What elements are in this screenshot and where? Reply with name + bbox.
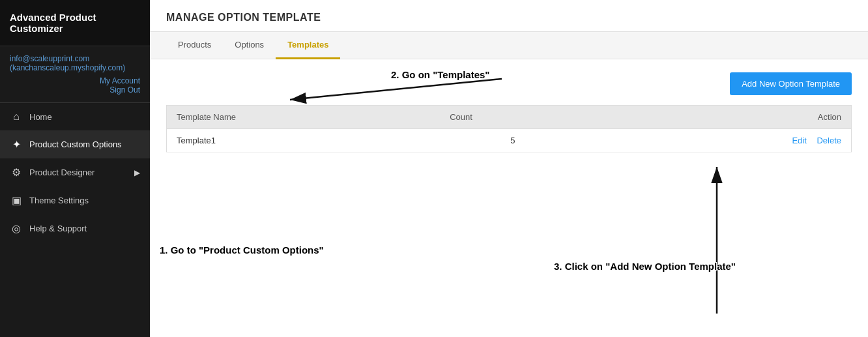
custom-options-icon: ✦ — [10, 138, 23, 151]
tabs-bar: Products Options Templates — [150, 32, 868, 59]
sidebar-item-label: Product Designer — [29, 168, 94, 177]
sidebar-item-label: Theme Settings — [29, 196, 89, 205]
col-header-name: Template Name — [167, 106, 441, 129]
account-email[interactable]: info@scaleupprint.com — [10, 54, 140, 63]
annotation-step3: 3. Click on "Add New Option Template" — [554, 261, 736, 272]
sidebar-item-theme-settings[interactable]: ▣ Theme Settings — [0, 186, 150, 214]
page-header: MANAGE OPTION TEMPLATE — [150, 0, 868, 32]
sidebar-item-product-custom-options[interactable]: ✦ Product Custom Options — [0, 130, 150, 158]
tab-options[interactable]: Options — [223, 32, 276, 59]
main-content: MANAGE OPTION TEMPLATE Products Options … — [150, 0, 868, 337]
sign-out-link[interactable]: Sign Out — [10, 85, 140, 95]
page-title: MANAGE OPTION TEMPLATE — [166, 12, 852, 23]
col-header-action: Action — [586, 106, 852, 129]
col-header-count: Count — [440, 106, 585, 129]
tab-products[interactable]: Products — [166, 32, 223, 59]
table-row: Template1 5 Edit Delete — [167, 129, 852, 153]
edit-link[interactable]: Edit — [792, 136, 806, 145]
annotations-overlay — [150, 59, 868, 337]
template-name-cell: Template1 — [167, 129, 441, 153]
sidebar-item-label: Product Custom Options — [29, 139, 122, 149]
sidebar-item-label: Home — [29, 112, 52, 122]
template-action-cell: Edit Delete — [586, 129, 852, 153]
tab-templates[interactable]: Templates — [276, 32, 340, 59]
home-icon: ⌂ — [10, 111, 23, 123]
templates-table: Template Name Count Action Template1 5 E… — [166, 105, 852, 153]
sidebar-title: Advanced Product Customizer — [0, 0, 150, 46]
sidebar: Advanced Product Customizer info@scaleup… — [0, 0, 150, 337]
app-title: Advanced Product Customizer — [10, 12, 96, 34]
sidebar-item-help-support[interactable]: ◎ Help & Support — [0, 214, 150, 242]
sidebar-nav: ⌂ Home ✦ Product Custom Options ⚙ Produc… — [0, 103, 150, 337]
add-button-row: Add New Option Template — [166, 72, 852, 95]
add-new-option-template-button[interactable]: Add New Option Template — [730, 72, 852, 95]
product-designer-icon: ⚙ — [10, 166, 23, 179]
sidebar-item-product-designer[interactable]: ⚙ Product Designer ▶ — [0, 158, 150, 186]
annotation-step1: 1. Go to "Product Custom Options" — [160, 244, 324, 256]
sidebar-item-label: Help & Support — [29, 224, 87, 233]
theme-settings-icon: ▣ — [10, 194, 23, 207]
template-count-cell: 5 — [440, 129, 585, 153]
chevron-right-icon: ▶ — [134, 168, 140, 177]
sidebar-account: info@scaleupprint.com (kanchanscaleup.my… — [0, 46, 150, 103]
delete-link[interactable]: Delete — [817, 136, 841, 145]
main-body: Add New Option Template Template Name Co… — [150, 59, 868, 337]
my-account-link[interactable]: My Account — [10, 76, 140, 85]
sidebar-item-home[interactable]: ⌂ Home — [0, 103, 150, 130]
account-domain: (kanchanscaleup.myshopify.com) — [10, 63, 140, 72]
help-icon: ◎ — [10, 222, 23, 235]
